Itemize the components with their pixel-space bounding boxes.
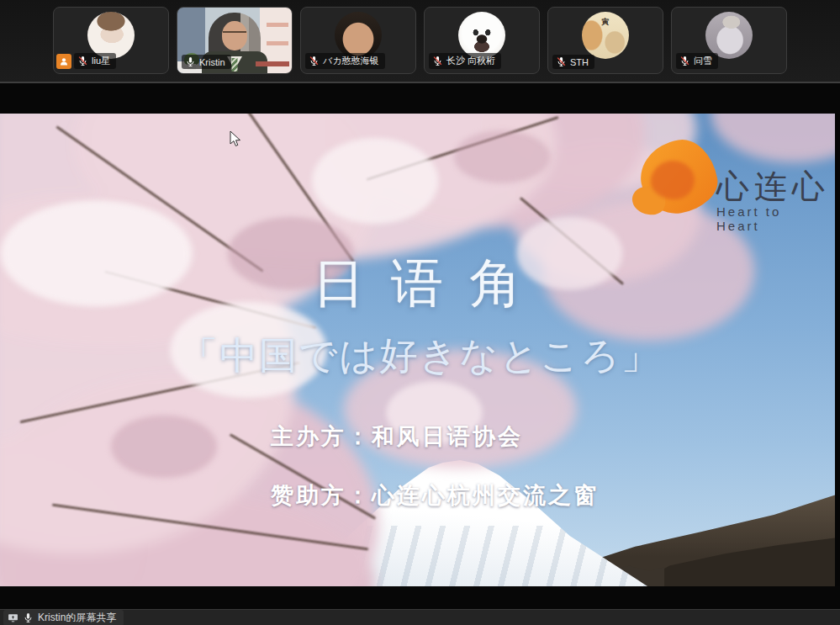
mouse-cursor bbox=[229, 130, 242, 147]
meeting-window: liu星 Kristin バカ憨憨海银 bbox=[0, 0, 840, 625]
avatar bbox=[335, 12, 382, 59]
participant-name: 长沙 向秋桁 bbox=[446, 55, 495, 67]
participant-name: Kristin bbox=[199, 57, 225, 67]
avatar: 寅 bbox=[582, 12, 629, 59]
share-status-text: Kristin的屏幕共享 bbox=[38, 611, 116, 625]
participant-name: liu星 bbox=[92, 55, 110, 67]
name-label: 长沙 向秋桁 bbox=[429, 53, 501, 69]
logo-name-cn: 心连心 bbox=[716, 164, 830, 209]
sponsor-line: 赞助方：心连心杭州交流之窗 bbox=[271, 480, 599, 511]
participant-tile-baka[interactable]: バカ憨憨海银 bbox=[300, 7, 416, 74]
avatar-glyph: 寅 bbox=[602, 17, 610, 28]
muted-mic-icon bbox=[679, 56, 690, 66]
participant-tile-sth[interactable]: 寅 STH bbox=[547, 7, 663, 74]
participant-name: 问雪 bbox=[694, 55, 712, 67]
muted-mic-icon bbox=[77, 56, 88, 66]
shared-screen-slide: 心连心 Heart to Heart 日 语 角 「中国では好きなところ」 主办… bbox=[0, 114, 835, 586]
name-label: バカ憨憨海银 bbox=[305, 53, 385, 69]
mic-icon bbox=[185, 56, 196, 67]
name-label: liu星 bbox=[74, 53, 116, 69]
avatar bbox=[705, 12, 753, 59]
avatar bbox=[458, 12, 505, 59]
participant-tile-changsha[interactable]: 长沙 向秋桁 bbox=[424, 7, 540, 74]
slide-subtitle: 「中国では好きなところ」 bbox=[143, 331, 698, 381]
participant-tile-wenxue[interactable]: 问雪 bbox=[671, 7, 787, 74]
mic-icon bbox=[23, 612, 34, 623]
muted-mic-icon bbox=[309, 56, 320, 66]
participant-name: バカ憨憨海银 bbox=[323, 55, 379, 67]
slide-title: 日 语 角 bbox=[286, 248, 555, 319]
participant-tile-kristin[interactable]: Kristin bbox=[177, 7, 293, 74]
letterbox-bottom bbox=[0, 586, 840, 609]
muted-mic-icon bbox=[432, 56, 443, 66]
letterbox-top bbox=[0, 83, 840, 114]
share-status-pill: Kristin的屏幕共享 bbox=[3, 610, 124, 625]
heart-to-heart-logo: 心连心 Heart to Heart bbox=[632, 137, 830, 251]
logo-name-en: Heart to Heart bbox=[716, 204, 830, 233]
logo-blob-icon bbox=[651, 161, 695, 199]
name-label: Kristin bbox=[182, 55, 231, 69]
no-video-user-icon bbox=[56, 54, 71, 69]
participant-filmstrip: liu星 Kristin バカ憨憨海银 bbox=[0, 0, 840, 82]
name-label: STH bbox=[552, 55, 594, 69]
name-label: 问雪 bbox=[676, 53, 718, 69]
host-line: 主办方：和风日语协会 bbox=[271, 421, 523, 452]
participant-tile-liuxing[interactable]: liu星 bbox=[53, 7, 169, 74]
participant-name: STH bbox=[570, 57, 589, 67]
muted-mic-icon bbox=[556, 56, 567, 67]
screen-share-icon bbox=[8, 612, 18, 623]
avatar bbox=[87, 12, 135, 59]
share-status-bar: Kristin的屏幕共享 bbox=[0, 609, 840, 625]
